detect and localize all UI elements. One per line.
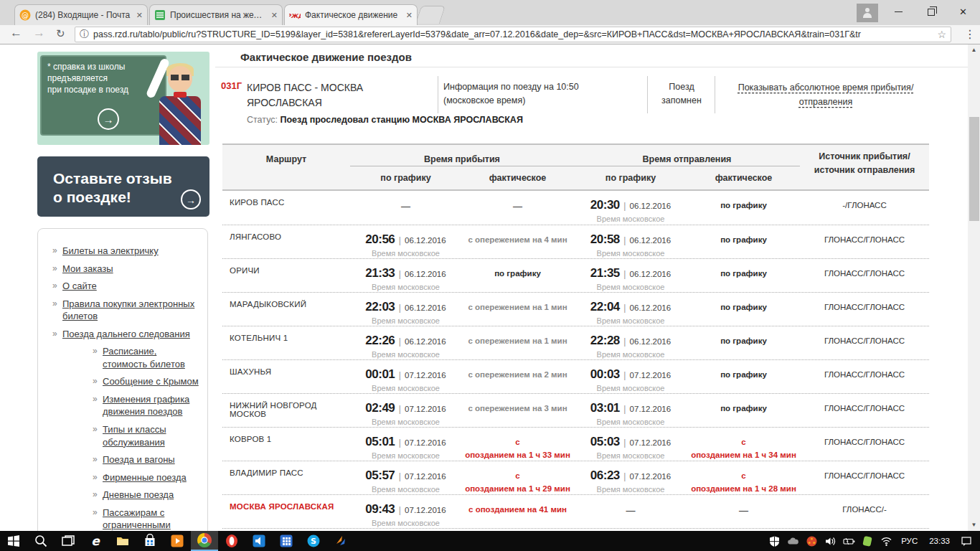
maximize-button[interactable] (915, 0, 947, 24)
station-name: ШАХУНЬЯ (222, 360, 350, 393)
battery-icon[interactable] (839, 531, 858, 551)
scroll-up-icon[interactable]: ▲ (968, 44, 980, 56)
onedrive-cloud-icon[interactable] (783, 531, 802, 551)
sidebar-menu-link[interactable]: Сообщение с Крымом (103, 376, 199, 387)
tab-close-icon[interactable]: ✕ (136, 11, 143, 20)
screen: @(284) Входящие - Почта✕Происшествия на … (0, 0, 980, 551)
bullet-arrow-icon: » (93, 471, 98, 483)
volume-app-icon[interactable] (245, 531, 273, 551)
arrival-scheduled-time: 05:57 | 07.12.2016Время московское (350, 461, 461, 496)
reload-icon[interactable]: ↻ (56, 27, 65, 40)
browser-tab[interactable]: @(284) Входящие - Почта✕ (14, 4, 148, 25)
media-player-icon[interactable] (164, 531, 191, 551)
defender-shield-icon[interactable] (765, 531, 783, 551)
table-row: МОСКВА ЯРОСЛАВСКАЯ09:43 | 07.12.2016Врем… (222, 494, 929, 528)
sidebar-menu-link[interactable]: Изменения графика движения поездов (103, 394, 189, 418)
arrival-scheduled-time: 20:56 | 06.12.2016Время московское (350, 225, 461, 258)
sidebar-menu-item: »Поезда дальнего следования (52, 328, 202, 341)
tray-icons (765, 531, 895, 551)
departure-actual-status: по графику (687, 191, 800, 225)
departure-scheduled-time: 00:03 | 07.12.2016Время московское (574, 360, 687, 393)
clock[interactable]: 23:33 (923, 537, 956, 545)
forward-icon[interactable]: → (33, 26, 45, 40)
train-status: Статус: Поезд проследовал станцию МОСКВА… (247, 115, 523, 125)
feedback-text: Оставьте отзыв о поездке! (53, 169, 172, 207)
edge-icon[interactable]: e (82, 531, 109, 551)
sidebar-menu-link[interactable]: Поезда и вагоны (103, 454, 175, 465)
profile-avatar-button[interactable] (857, 4, 878, 22)
scrollbar-thumb[interactable] (969, 117, 979, 221)
departure-actual-status: по графику (687, 326, 800, 359)
wifi-icon[interactable] (877, 531, 895, 551)
school-ad-banner[interactable]: * справка из школы предъявляется при пос… (37, 52, 209, 145)
scroll-down-icon[interactable]: ▼ (968, 519, 980, 531)
sidebar-menu-item: »Фирменные поезда (93, 471, 202, 484)
feedback-banner[interactable]: Оставьте отзыв о поездке! → (37, 156, 209, 217)
train-header: 031Г КИРОВ ПАСС - МОСКВА ЯРОСЛАВСКАЯ Инф… (215, 75, 968, 119)
avatar-icon (862, 8, 872, 18)
url-text[interactable]: pass.rzd.ru/tablo/public/ru?STRUCTURE_ID… (93, 29, 933, 39)
arrival-scheduled-time: — (350, 191, 461, 225)
page-info-icon[interactable]: ⓘ (80, 28, 89, 41)
bookmark-star-icon[interactable]: ☆ (937, 29, 946, 40)
arrival-actual-status: с опережением на 2 мин (461, 360, 574, 393)
sidebar-menu-link[interactable]: Поезда дальнего следования (62, 329, 190, 339)
search-icon[interactable] (27, 531, 55, 551)
browser-tab[interactable]: Происшествия на желез✕ (149, 4, 283, 25)
departure-scheduled-time: — (574, 495, 687, 528)
arrival-actual-status: с опозданием на 1 ч 33 мин (461, 428, 574, 462)
col-header-arrival: Время прибытия (350, 145, 574, 166)
tab-close-icon[interactable]: ✕ (271, 11, 278, 20)
scanner-dots-icon[interactable] (802, 531, 821, 551)
table-row: ОРИЧИ21:33 | 06.12.2016Время московскоеп… (222, 258, 929, 292)
source-value: ГЛОНАСС/- (800, 495, 929, 528)
page-scrollbar[interactable]: ▲ ▼ (968, 44, 980, 531)
sidebar-menu-link[interactable]: Фирменные поезда (103, 472, 187, 483)
sidebar-menu-link[interactable]: Билеты на электричку (62, 245, 159, 256)
speaker-icon[interactable] (821, 531, 839, 551)
skype-icon[interactable]: S (300, 531, 327, 551)
source-value: ГЛОНАСС/ГЛОНАСС (800, 394, 929, 427)
browser-menu-icon[interactable]: ⋮ (964, 27, 976, 41)
sidebar-menu-link[interactable]: Правила покупки электронных билетов (62, 298, 194, 322)
sidebar-menu-link[interactable]: Пассажирам с ограниченными физическими в… (103, 507, 171, 531)
arrival-scheduled-time: 22:03 | 06.12.2016Время московское (350, 293, 461, 326)
chrome-icon[interactable] (191, 531, 218, 551)
opera-icon[interactable] (218, 531, 245, 551)
news-icon (154, 9, 166, 21)
action-center-icon[interactable] (956, 531, 977, 551)
language-indicator[interactable]: РУС (895, 537, 923, 545)
arrival-actual-status: — (461, 191, 574, 225)
tab-title: Происшествия на желез (170, 10, 267, 20)
start-icon[interactable] (0, 531, 27, 551)
file-explorer-icon[interactable] (109, 531, 136, 551)
browser-tab[interactable]: РЖДФактическое движение✕ (284, 4, 418, 25)
sidebar-menu-link[interactable]: О сайте (62, 281, 97, 291)
sidebar-menu-link[interactable]: Дневные поезда (103, 489, 174, 500)
store-icon[interactable] (136, 531, 164, 551)
green-app-icon[interactable] (858, 531, 877, 551)
arrow-circle-icon: → (181, 189, 201, 209)
sidebar-menu-link[interactable]: Расписание, стоимость билетов (103, 346, 185, 369)
tab-close-icon[interactable]: ✕ (406, 11, 413, 20)
browser-toolbar: ← → ↻ ⓘ pass.rzd.ru/tablo/public/ru?STRU… (0, 25, 980, 44)
bullet-arrow-icon: » (52, 245, 57, 256)
sidebar-menu-link[interactable]: Типы и классы обслуживания (103, 424, 166, 448)
address-bar[interactable]: ⓘ pass.rzd.ru/tablo/public/ru?STRUCTURE_… (75, 27, 951, 42)
timezone-note: Время московское (350, 519, 461, 527)
sidebar-menu-link[interactable]: Мои заказы (62, 263, 113, 274)
close-button[interactable]: ✕ (947, 0, 979, 24)
bullet-arrow-icon: » (93, 489, 98, 500)
timezone-note: Время московское (574, 418, 687, 426)
phoenix-app-icon[interactable] (327, 531, 354, 551)
timezone-note: Время московское (574, 384, 687, 392)
station-name: ВЛАДИМИР ПАСС (222, 461, 350, 496)
timezone-note: Время московское (574, 249, 687, 258)
absolute-time-link[interactable]: Показывать абсолютное время прибытия/ от… (722, 80, 930, 109)
table-row: НИЖНИЙ НОВГОРОД МОСКОВ02:49 | 07.12.2016… (222, 393, 929, 427)
app-grid-icon[interactable] (273, 531, 300, 551)
table-row: КОВРОВ 105:01 | 07.12.2016Время московск… (222, 427, 929, 461)
back-icon[interactable]: ← (10, 26, 22, 40)
task-view-icon[interactable] (55, 531, 82, 551)
minimize-button[interactable] (882, 0, 915, 24)
